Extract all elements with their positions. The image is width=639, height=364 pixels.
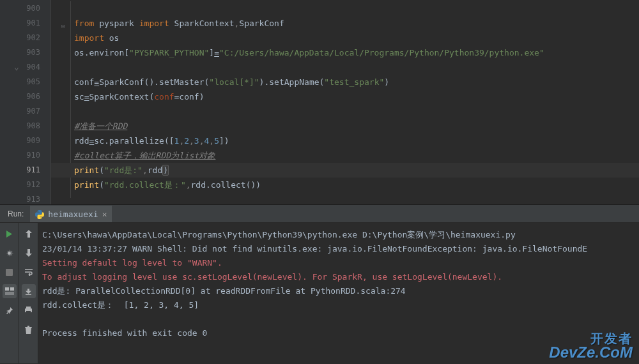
line-number[interactable]: 910 [0,148,50,163]
soft-wrap-button[interactable] [22,265,36,279]
console-line [41,312,636,326]
watermark: 开发者 DevZe.CoM [549,332,633,360]
console-line: To adjust logging level use sc.setLogLev… [41,270,636,284]
line-number[interactable]: 901 [0,16,50,31]
line-number[interactable]: 912 [0,178,50,192]
console-line: C:\Users\hawa\AppData\Local\Programs\Pyt… [41,228,636,242]
line-number[interactable]: 906 [0,89,50,104]
run-toolbar-primary [0,223,19,363]
svg-rect-0 [6,269,13,276]
line-number[interactable]: 908 [0,119,50,133]
line-number[interactable]: 902 [0,31,50,45]
code-line[interactable]: os.environ["PYSPARK_PYTHON"]="C:/Users/h… [51,45,639,60]
pin-button[interactable] [3,303,17,317]
code-line[interactable]: sc=SparkContext(conf=conf) [51,89,639,104]
code-line[interactable] [51,192,639,207]
code-line[interactable]: conf=SparkConf().setMaster("local[*]").s… [51,75,639,89]
code-line[interactable]: #准备一个RDD [51,119,639,133]
console-line: Process finished with exit code 0 [41,326,636,340]
line-number[interactable]: 903 [0,45,50,60]
scroll-to-end-button[interactable] [22,284,36,298]
code-content[interactable]: ⊟from pyspark import SparkContext,SparkC… [51,0,639,204]
run-tab-label: heimaxuexi [48,209,98,219]
editor-gutter: ⌄ 90090190290390490590690790890991091191… [0,0,51,204]
svg-rect-2 [10,287,14,291]
rerun-button[interactable] [3,227,17,241]
console-line: 23/01/14 13:37:27 WARN Shell: Did not fi… [41,242,636,256]
down-button[interactable] [22,246,36,260]
code-editor[interactable]: ⌄ 90090190290390490590690790890991091191… [0,0,639,204]
run-panel-header: Run: heimaxuexi × [0,205,639,223]
svg-rect-3 [5,292,14,295]
line-number[interactable]: 904 [0,60,50,75]
run-panel-label: Run: [0,209,30,218]
line-number[interactable]: 905 [0,75,50,89]
settings-button[interactable] [3,246,17,260]
code-line[interactable]: print("rdd是:",rdd) [51,163,639,178]
code-line[interactable] [51,104,639,119]
run-tab-heimaxuexi[interactable]: heimaxuexi × [30,206,112,222]
stop-button[interactable] [3,265,17,279]
code-line[interactable]: rdd=sc.parallelize([1,2,3,4,5]) [51,133,639,148]
code-line[interactable] [51,60,639,75]
line-number[interactable]: 900 [0,1,50,16]
fold-chevron-icon[interactable]: ⌄ [14,62,19,72]
print-button[interactable] [22,303,36,317]
code-line[interactable]: import os [51,31,639,45]
trash-button[interactable] [22,322,36,337]
console-line: Setting default log level to "WARN". [41,256,636,270]
code-line[interactable]: #collect算子，输出RDD为list对象 [51,148,639,163]
code-line[interactable]: ⊟from pyspark import SparkContext,SparkC… [51,16,639,31]
console-line: rdd是: ParallelCollectionRDD[0] at readRD… [41,284,636,298]
line-number[interactable]: 909 [0,133,50,148]
svg-rect-6 [26,307,31,308]
code-line[interactable]: print("rdd.collect是：",rdd.collect()) [51,178,639,192]
svg-rect-1 [5,287,9,291]
line-number[interactable]: 911 [0,163,50,178]
fold-icon[interactable]: ⊟ [61,19,67,25]
python-icon [35,210,44,219]
line-number[interactable]: 907 [0,104,50,119]
line-number[interactable]: 913 [0,192,50,207]
up-button[interactable] [22,227,36,241]
close-icon[interactable]: × [102,209,107,219]
layout-button[interactable] [3,284,17,298]
run-toolbar-secondary [19,223,38,363]
svg-rect-5 [26,311,31,314]
code-line[interactable] [51,1,639,16]
run-panel-body: C:\Users\hawa\AppData\Local\Programs\Pyt… [0,223,639,363]
console-line: rdd.collect是： [1, 2, 3, 4, 5] [41,298,636,312]
